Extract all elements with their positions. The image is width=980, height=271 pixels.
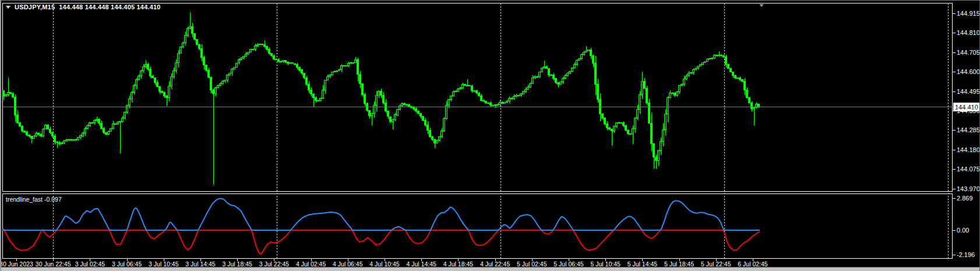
candle xyxy=(406,104,408,105)
mt4-chart-window: USDJPY,M15 144.448 144.448 144.405 144.4… xyxy=(0,0,980,271)
candle xyxy=(301,70,303,73)
candle xyxy=(178,53,179,62)
candle xyxy=(215,88,217,94)
candle xyxy=(742,80,743,82)
candle xyxy=(439,137,440,140)
candle xyxy=(210,77,212,90)
candle xyxy=(455,91,457,92)
candle xyxy=(611,129,613,131)
candle xyxy=(621,123,622,124)
candle xyxy=(36,133,37,136)
candle xyxy=(294,64,296,64)
candle xyxy=(558,82,559,84)
candle xyxy=(660,142,662,151)
candle xyxy=(641,82,643,94)
candle xyxy=(313,94,315,98)
candle xyxy=(234,68,235,69)
candle xyxy=(357,60,359,74)
candle xyxy=(192,27,193,34)
candle xyxy=(427,125,429,131)
candle xyxy=(434,140,436,143)
candle xyxy=(136,80,138,86)
candle xyxy=(161,91,163,93)
candle xyxy=(187,28,189,35)
candle xyxy=(182,43,184,47)
candle xyxy=(140,71,142,76)
candle xyxy=(373,105,375,114)
candle xyxy=(474,90,475,91)
candle xyxy=(196,40,198,45)
price-scale-drag-area[interactable] xyxy=(953,1,980,259)
candle xyxy=(679,86,681,92)
candle xyxy=(562,78,564,82)
candle xyxy=(175,63,177,71)
candle xyxy=(227,75,228,80)
candle xyxy=(327,77,329,80)
candle xyxy=(43,129,44,136)
candle xyxy=(418,111,420,114)
candle xyxy=(383,95,385,103)
candle xyxy=(276,59,277,59)
candle xyxy=(753,108,755,109)
candle xyxy=(371,114,373,116)
candle xyxy=(481,96,482,100)
candle xyxy=(201,48,203,58)
candle xyxy=(96,119,98,121)
candle xyxy=(551,75,552,75)
candle xyxy=(369,110,371,116)
candle xyxy=(154,78,156,82)
candle xyxy=(485,101,487,103)
quote-dropdown-icon[interactable] xyxy=(6,6,10,9)
candle xyxy=(8,92,9,94)
candle xyxy=(91,122,93,123)
candle xyxy=(607,124,608,128)
candle xyxy=(618,123,620,124)
candle xyxy=(315,98,317,101)
candle xyxy=(586,51,587,52)
candle xyxy=(220,84,221,86)
candle xyxy=(208,71,210,78)
candle xyxy=(280,61,282,62)
candle xyxy=(329,75,331,76)
candle xyxy=(126,105,128,112)
candle xyxy=(10,92,12,93)
candle xyxy=(751,103,753,108)
chart-shift-marker[interactable] xyxy=(759,4,764,7)
candle xyxy=(171,77,172,86)
candle xyxy=(5,95,7,96)
candle xyxy=(297,64,298,68)
candle xyxy=(588,50,590,51)
candle xyxy=(222,81,224,83)
candle xyxy=(714,55,715,58)
candle xyxy=(250,50,252,52)
candle xyxy=(432,137,433,140)
indicator-value: -0.097 xyxy=(44,196,62,203)
candle xyxy=(322,90,324,98)
candle xyxy=(700,64,701,66)
candle xyxy=(478,93,480,96)
candle xyxy=(595,64,597,84)
candle xyxy=(401,104,403,106)
candle xyxy=(115,124,117,124)
candle xyxy=(490,103,492,105)
candle xyxy=(77,138,79,140)
candle xyxy=(245,54,247,56)
candle xyxy=(450,96,452,100)
candle xyxy=(112,124,114,128)
candle xyxy=(732,72,734,75)
candle xyxy=(40,135,42,136)
candle xyxy=(26,132,28,135)
candle xyxy=(57,142,58,143)
candle xyxy=(224,80,226,82)
candle xyxy=(47,125,49,129)
candle xyxy=(19,122,21,126)
candlestick-chart[interactable]: 144.410144.915144.810144.705144.600144.4… xyxy=(1,1,980,271)
candle xyxy=(723,55,725,57)
candle xyxy=(644,82,646,89)
candle xyxy=(436,140,438,143)
candle xyxy=(394,115,396,120)
candle xyxy=(12,93,14,97)
candle xyxy=(61,143,63,143)
candle xyxy=(399,106,401,110)
candle xyxy=(634,118,636,128)
